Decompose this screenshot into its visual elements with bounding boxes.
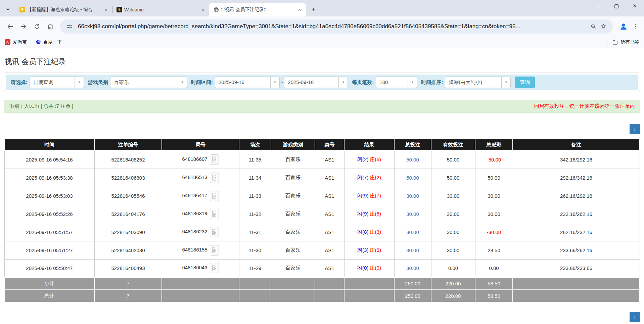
note-cell: 342.16/292.16 [513,150,640,169]
refresh-button[interactable] [31,21,43,32]
close-icon[interactable]: × [200,7,206,13]
bet-amount-link[interactable]: 30.00 [406,265,419,271]
maximize-icon[interactable]: ▢ [612,3,620,9]
video-replay-button[interactable] [210,209,219,219]
video-replay-button[interactable] [210,245,219,256]
date-from-select[interactable]: 2025-09-16 ▼ [215,77,280,88]
session-cell: 11-33 [239,187,271,205]
bet-id-cell: 522816408252 [94,150,162,169]
query-button[interactable]: 查询 [515,77,535,88]
result-cell: 闲(8) 庄(3) [344,223,394,241]
close-icon[interactable]: × [103,7,109,13]
note-cell: 232.16/262.16 [513,205,640,223]
video-replay-button[interactable] [210,173,219,183]
query-type-select[interactable]: 日期查询 ▼ [30,77,84,88]
game-cell: 百家乐 [271,241,315,259]
total-bet-cell: 30.00 [394,259,431,277]
minimize-icon[interactable]: — [594,3,602,9]
bet-amount-link[interactable]: 30.00 [406,247,419,253]
payout-cell: -50.00 [475,150,513,169]
date-to-select[interactable]: 2025-09-16 ▼ [284,77,348,88]
game-type-select[interactable]: 百家乐 ▼ [110,77,187,88]
page-1-button[interactable]: 1 [630,312,640,322]
page-title: 视讯 会员下注纪录 [5,57,640,67]
subtotal-row: 小计 7 250.00 220.00 58.50 [4,277,640,290]
tab-title: Welcome [124,7,198,12]
result-cell: 闲(9) 庄(7) [344,187,394,205]
close-icon[interactable]: × [296,7,303,13]
bet-amount-link[interactable]: 30.00 [406,229,419,235]
date-range-label: 时间区间: [191,79,213,86]
col-header-round: 局号 [162,139,239,150]
session-cell: 11-31 [239,223,271,241]
time-sort-select[interactable]: 降幂(由大到小) ▼ [445,77,511,88]
bet-amount-link[interactable]: 50.00 [406,157,419,163]
url-bar[interactable]: 66cxkj98.com/ipl/portal.php/game/betreco… [60,19,613,34]
video-replay-button[interactable] [210,154,219,165]
table-cell: AS1 [315,187,344,205]
session-cell: 11-30 [239,241,271,259]
new-tab-button[interactable]: + [309,5,318,14]
site-info-icon[interactable] [64,21,75,32]
bet-amount-link[interactable]: 50.00 [406,175,419,181]
tab-search-button[interactable] [3,5,13,14]
window-close-icon[interactable]: ✕ [631,3,639,9]
profile-avatar[interactable] [618,21,629,32]
total-bet-cell: 30.00 [394,223,431,241]
tab-title: :::视讯 会员下注纪录::: [221,7,294,13]
result-player: 闲(2) [357,156,368,162]
date-to-value: 2025-09-16 [284,77,338,88]
forward-button[interactable] [18,21,29,32]
query-type-value: 日期查询 [30,77,75,88]
tab-forum[interactable]: 【新提醒】海燕策略论坛 - 综合 × [15,3,112,16]
bookmark-star-icon[interactable] [598,21,608,32]
tab-title: 【新提醒】海燕策略论坛 - 综合 [27,7,101,13]
bookmark-taobao[interactable]: 淘 爱淘宝 [5,39,27,45]
bet-amount-link[interactable]: 30.00 [406,193,419,199]
browser-menu-icon[interactable]: ⋮ [631,23,641,30]
all-bookmarks-button[interactable]: 所有书签 [612,39,639,45]
bookmark-baidu[interactable]: 百度一下 [36,39,62,45]
col-header-table: 桌号 [315,139,344,150]
subtotal-label: 小计 [4,277,94,290]
video-replay-button[interactable] [210,263,219,273]
page-1-button[interactable]: 1 [630,124,640,134]
video-replay-button[interactable] [210,227,219,237]
tab-welcome[interactable]: ♞ Welcome × [112,3,209,16]
page-size-select[interactable]: 100 ▼ [376,77,417,88]
time-sort-value: 降幂(由大到小) [445,77,501,88]
result-player: 闲(9) [357,193,368,198]
payout-cell: 30.00 [475,205,513,223]
video-replay-button[interactable] [210,191,219,201]
zoom-icon[interactable] [588,21,598,32]
subtotal-count: 7 [94,277,162,290]
payout-cell: 28.50 [475,241,513,259]
home-button[interactable] [45,21,56,32]
game-cell: 百家乐 [271,223,315,241]
payout-cell: 30.00 [475,187,513,205]
result-cell: 闲(9) 庄(5) [344,205,394,223]
game-cell: 百家乐 [271,187,315,205]
result-cell: 闲(0) 庄(0) [344,259,394,277]
bookmark-label: 爱淘宝 [13,39,27,45]
tab-betrecord[interactable]: :::视讯 会员下注纪录::: × [209,3,306,16]
caret-down-icon: ▼ [338,77,348,88]
round-cell: 648186232 [162,223,239,241]
folder-icon [612,39,618,45]
total-label: 总计 [4,290,94,302]
time-cell: 2025-09-16 05:52:26 [4,205,94,223]
col-header-session: 场次 [239,139,271,150]
film-icon [212,265,217,271]
payout-value: -50.00 [487,157,501,163]
total-count: 7 [94,290,162,302]
tab-strip: 【新提醒】海燕策略论坛 - 综合 × ♞ Welcome × :::视讯 会员下… [0,0,644,16]
back-button[interactable] [4,21,16,32]
payout-value: 28.50 [488,247,500,253]
valid-bet-cell: 50.00 [431,150,475,169]
table-header-row: 时间 注单编号 局号 场次 游戏类别 桌号 结果 总投注 有效投注 总派彩 备注 [4,139,640,150]
url-text[interactable]: 66cxkj98.com/ipl/portal.php/game/betreco… [78,23,588,30]
browser-toolbar: 66cxkj98.com/ipl/portal.php/game/betreco… [0,16,644,36]
filter-bar: 请选择: 日期查询 ▼ 游戏类别 百家乐 ▼ 时间区间: 2025-09-16 … [6,75,638,90]
table-cell: AS1 [315,150,344,169]
bet-amount-link[interactable]: 30.00 [406,211,419,217]
